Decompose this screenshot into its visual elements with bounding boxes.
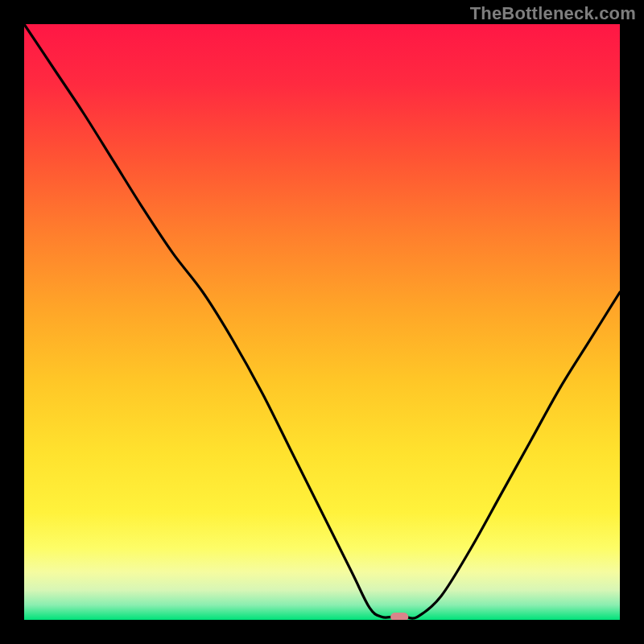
chart-frame: TheBottleneck.com xyxy=(0,0,644,644)
plot-area xyxy=(24,24,620,620)
watermark-text: TheBottleneck.com xyxy=(470,3,636,24)
gradient-background xyxy=(24,24,620,620)
chart-svg xyxy=(24,24,620,620)
marker-pill xyxy=(390,613,408,620)
